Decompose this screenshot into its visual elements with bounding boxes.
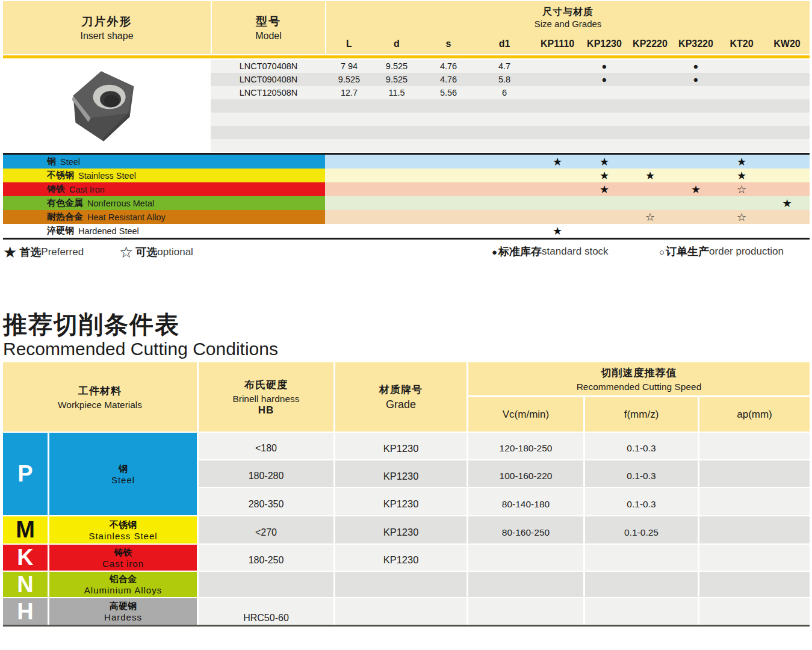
hardness-cell: <180 [199, 433, 333, 459]
star-cell: ☆ [719, 210, 764, 224]
cutting-row: HRC50-60 [199, 598, 810, 625]
insert-table-header: 刀片外形 Insert shape 型号 Model 尺寸与材质 Size an… [3, 1, 810, 54]
material-label-en: Hardened Steel [78, 226, 139, 236]
star-cell [627, 155, 673, 169]
hardness-cell: <270 [199, 516, 333, 543]
material-suitability-band: 钢 Steel ★ ★ ★ 不锈钢 Stainless Steel ★ [3, 153, 810, 240]
star-cell [673, 210, 719, 224]
dim-cell: 5.56 [421, 86, 476, 99]
material-label-cell: 钢 Steel [3, 155, 325, 169]
stock-cell [533, 139, 581, 152]
stock-cell [581, 86, 627, 99]
star-cell: ★ [719, 169, 764, 182]
material-label-en: Heat Resistant Alloy [87, 212, 166, 222]
grade-cell [335, 572, 466, 597]
insert-shape-label-en: Insert shape [80, 31, 133, 42]
cutting-table-header: 工件材料 Workpiece Materials 布氏硬度 Brinell ha… [3, 362, 810, 432]
star-cell: ★ [581, 169, 627, 182]
model-cell: LNCT120508N [211, 86, 326, 99]
vc-cell [468, 572, 583, 597]
material-grade-cells: ★ ★ ★ [325, 169, 810, 182]
ap-cell [699, 545, 810, 571]
dim-cell [476, 139, 533, 152]
material-grade-cells: ★ [325, 224, 810, 238]
material-label-zh: 不锈钢 [47, 170, 74, 181]
dim-cell [476, 99, 533, 113]
col-header-d1: d1 [476, 39, 533, 49]
catalog-page: 刀片外形 Insert shape 型号 Model 尺寸与材质 Size an… [3, 1, 810, 627]
insert-size-grades-table: 刀片外形 Insert shape 型号 Model 尺寸与材质 Size an… [3, 1, 810, 152]
stock-cell [627, 60, 673, 73]
cutting-table-body: P 钢 Steel <180 KP1230 120-180-250 0.1-0.… [3, 433, 810, 625]
group-H: H 高硬钢 Hardess HRC50-60 [3, 598, 810, 625]
col-header-grade: KP3220 [673, 39, 719, 49]
material-cell: 不锈钢 Stainless Steel [49, 516, 197, 543]
vc-cell [468, 598, 583, 625]
material-label-en: Nonferrous Metal [87, 199, 154, 208]
star-cell: ☆ [627, 210, 673, 224]
stock-cell [764, 139, 810, 152]
stock-cell [673, 126, 719, 139]
star-cell [764, 224, 810, 238]
material-grade-cells: ☆ ☆ [325, 210, 810, 224]
stock-cell: ● [673, 60, 719, 73]
material-label-cell: 铸铁 Cast Iron [3, 182, 325, 196]
col-header-grade: KP1110 [533, 39, 581, 49]
hardness-cell: 280-350 [199, 488, 333, 515]
material-row-heat-resistant: 耐热合金 Heat Resistant Alloy ☆ ☆ [3, 210, 810, 224]
stock-cell: ● [581, 60, 627, 73]
grade-cell [335, 598, 466, 625]
stock-cell [764, 113, 810, 126]
speed-header-group: 切削速度推荐值 Recommended Cutting Speed Vc(m/m… [468, 362, 810, 432]
star-cell [719, 196, 764, 210]
class-letter-cell: M [3, 516, 48, 543]
insert-shape-label-zh: 刀片外形 [82, 14, 132, 29]
cutting-row: <180 KP1230 120-180-250 0.1-0.3 [199, 433, 810, 459]
stock-cell [719, 139, 764, 152]
star-cell [673, 169, 719, 182]
vc-cell [468, 545, 583, 571]
filled-star-icon: ★ [3, 244, 17, 260]
material-grade-cells: ★ ★ ★ [325, 155, 810, 169]
material-label-en: Cast Iron [69, 185, 105, 194]
model-cell [211, 126, 326, 139]
star-cell [627, 182, 673, 196]
model-header-cell: 型号 Model [212, 1, 325, 54]
model-cell [211, 113, 326, 126]
f-cell [585, 598, 698, 625]
dim-cell [476, 126, 533, 139]
grade-cell: KP1230 [335, 433, 466, 459]
ap-cell [699, 516, 810, 543]
section-title-zh: 推荐切削条件表 [3, 311, 810, 338]
grade-header-cell: 材质牌号 Grade [335, 362, 466, 432]
open-star-icon: ☆ [119, 244, 133, 260]
material-label-zh: 铸铁 [47, 184, 65, 195]
stock-cell [719, 126, 764, 139]
hardness-header-cell: 布氏硬度 Brinell hardness HB [199, 362, 333, 432]
stock-cell [627, 139, 673, 152]
stock-cell [719, 73, 764, 86]
group-K: K 铸铁 Cast iron 180-250 KP1230 [3, 545, 810, 571]
section-title: 推荐切削条件表 Recommended Cutting Conditions [3, 311, 810, 360]
dim-cell [421, 113, 476, 126]
group-P: P 钢 Steel <180 KP1230 120-180-250 0.1-0.… [3, 433, 810, 515]
dim-cell: 4.76 [421, 60, 476, 73]
star-cell [673, 155, 719, 169]
stock-cell [581, 113, 627, 126]
stock-cell: ● [581, 73, 627, 86]
hardness-cell [199, 572, 333, 597]
stock-cell [673, 139, 719, 152]
section-title-en: Recommended Cutting Conditions [3, 338, 810, 360]
star-cell: ★ [627, 169, 673, 182]
ap-cell [699, 433, 810, 459]
stock-cell [533, 86, 581, 99]
star-cell: ★ [719, 155, 764, 169]
cutting-row: 280-350 KP1230 80-140-180 0.1-0.3 [199, 488, 810, 515]
dim-cell [326, 113, 372, 126]
dim-cell: 7 94 [326, 60, 372, 73]
star-cell [581, 196, 627, 210]
material-label-zh: 钢 [47, 156, 56, 167]
legend-standard-stock: ● 标准库存 standard stock [492, 244, 609, 259]
stock-cell [764, 126, 810, 139]
legend: ★ 首选 Preferred ☆ 可选 optional ● 标准库存 stan… [3, 244, 810, 264]
